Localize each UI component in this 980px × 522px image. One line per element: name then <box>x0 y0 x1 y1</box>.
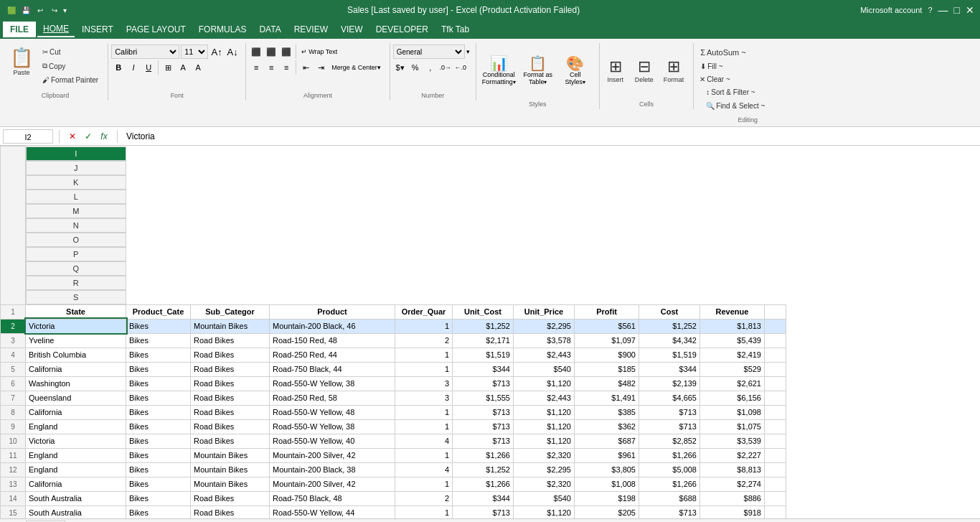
menu-formulas[interactable]: FORMULAS <box>193 22 253 37</box>
cell-r5-c10[interactable] <box>765 362 786 376</box>
align-center-button[interactable]: ≡ <box>264 60 278 75</box>
cell-r13-c4[interactable]: 1 <box>395 477 453 491</box>
cell-r13-c8[interactable]: $1,266 <box>639 477 700 491</box>
cell-r2-c6[interactable]: $2,295 <box>514 319 575 333</box>
maximize-icon[interactable]: □ <box>954 4 960 16</box>
cell-r11-c7[interactable]: $961 <box>575 448 639 462</box>
cell-r4-c5[interactable]: $1,519 <box>453 348 514 362</box>
autosum-button[interactable]: Σ AutoSum ~ <box>697 46 750 59</box>
cell-r9-c10[interactable] <box>765 419 786 434</box>
cell-r4-c4[interactable]: 1 <box>395 348 453 362</box>
menu-insert[interactable]: INSERT <box>76 22 119 37</box>
cell-r3-c1[interactable]: Bikes <box>126 333 191 348</box>
cell-r12-c6[interactable]: $2,295 <box>514 462 575 477</box>
align-left-button[interactable]: ≡ <box>249 60 263 75</box>
cell-r4-c7[interactable]: $900 <box>575 348 639 362</box>
cell-r3-c10[interactable] <box>765 333 786 348</box>
cell-r6-c5[interactable]: $713 <box>453 376 514 391</box>
cell-r8-c0[interactable]: California <box>26 405 126 419</box>
menu-data[interactable]: DATA <box>253 22 286 37</box>
align-left-top-button[interactable]: ⬛ <box>249 45 263 59</box>
cell-r13-c1[interactable]: Bikes <box>126 477 191 491</box>
cell-r15-c6[interactable]: $1,120 <box>514 505 575 518</box>
cell-r15-c9[interactable]: $918 <box>700 505 765 518</box>
help-icon[interactable]: ? <box>928 6 932 14</box>
cell-r10-c8[interactable]: $2,852 <box>639 434 700 448</box>
col-header-M[interactable]: M <box>26 204 126 218</box>
format-as-table-button[interactable]: 📋 Format asTable▾ <box>520 53 556 88</box>
cell-styles-button[interactable]: 🎨 CellStyles▾ <box>557 53 593 88</box>
increase-indent-button[interactable]: ⇥ <box>314 60 328 75</box>
cell-r2-c5[interactable]: $1,252 <box>453 319 514 333</box>
cell-r12-c9[interactable]: $8,813 <box>700 462 765 477</box>
cell-r4-c1[interactable]: Bikes <box>126 348 191 362</box>
cell-r5-c3[interactable]: Road-750 Black, 44 <box>270 362 395 376</box>
col-header-P[interactable]: P <box>26 247 126 261</box>
formula-input[interactable] <box>123 131 977 141</box>
cell-r10-c7[interactable]: $687 <box>575 434 639 448</box>
cell-r11-c4[interactable]: 1 <box>395 448 453 462</box>
cell-r7-c5[interactable]: $1,555 <box>453 391 514 405</box>
align-center-top-button[interactable]: ⬛ <box>264 45 278 59</box>
cell-r9-c4[interactable]: 1 <box>395 419 453 434</box>
cell-r6-c9[interactable]: $2,621 <box>700 376 765 391</box>
save-icon[interactable]: 💾 <box>20 4 32 16</box>
number-format-select[interactable]: General <box>393 45 465 59</box>
cell-r14-c1[interactable]: Bikes <box>126 491 191 505</box>
col-header-L[interactable]: L <box>26 190 126 204</box>
italic-button[interactable]: I <box>126 60 141 75</box>
cell-r7-c6[interactable]: $2,443 <box>514 391 575 405</box>
cell-r5-c0[interactable]: California <box>26 362 126 376</box>
copy-button[interactable]: ⧉ Copy <box>39 60 102 73</box>
cell-r8-c3[interactable]: Road-550-W Yellow, 48 <box>270 405 395 419</box>
cell-r10-c9[interactable]: $3,539 <box>700 434 765 448</box>
cell-r2-c7[interactable]: $561 <box>575 319 639 333</box>
menu-developer[interactable]: DEVELOPER <box>370 22 434 37</box>
cell-r2-c3[interactable]: Mountain-200 Black, 46 <box>270 319 395 333</box>
border-button[interactable]: ⊞ <box>161 60 175 75</box>
cell-r14-c2[interactable]: Road Bikes <box>191 491 270 505</box>
cell-r7-c8[interactable]: $4,665 <box>639 391 700 405</box>
cell-r6-c10[interactable] <box>765 376 786 391</box>
cell-r8-c1[interactable]: Bikes <box>126 405 191 419</box>
cell-r5-c8[interactable]: $344 <box>639 362 700 376</box>
decrease-indent-button[interactable]: ⇤ <box>298 60 313 75</box>
align-right-button[interactable]: ≡ <box>279 60 293 75</box>
cell-r2-c4[interactable]: 1 <box>395 319 453 333</box>
insert-button[interactable]: ⊞ Insert <box>603 55 628 85</box>
cell-r15-c4[interactable]: 1 <box>395 505 453 518</box>
cell-r3-c6[interactable]: $3,578 <box>514 333 575 348</box>
formula-confirm-icon[interactable]: ✓ <box>81 129 95 144</box>
format-painter-button[interactable]: 🖌 Format Painter <box>39 74 102 86</box>
cell-r3-c4[interactable]: 2 <box>395 333 453 348</box>
menu-home[interactable]: HOME <box>37 22 75 37</box>
cell-r6-c2[interactable]: Road Bikes <box>191 376 270 391</box>
cell-r13-c2[interactable]: Mountain Bikes <box>191 477 270 491</box>
decrease-font-button[interactable]: A↓ <box>225 45 240 59</box>
cell-r4-c8[interactable]: $1,519 <box>639 348 700 362</box>
cell-r6-c7[interactable]: $482 <box>575 376 639 391</box>
cell-r8-c9[interactable]: $1,098 <box>700 405 765 419</box>
fill-button[interactable]: ⬇ Fill ~ <box>697 60 750 73</box>
cell-r3-c0[interactable]: Yveline <box>26 333 126 348</box>
wrap-text-button[interactable]: ↵Wrap Text <box>298 45 340 59</box>
paste-button[interactable]: 📋 Paste <box>6 45 37 78</box>
cell-r2-c8[interactable]: $1,252 <box>639 319 700 333</box>
cell-r9-c1[interactable]: Bikes <box>126 419 191 434</box>
font-size-select[interactable]: 11 <box>181 45 208 59</box>
cell-r15-c2[interactable]: Road Bikes <box>191 505 270 518</box>
cell-r11-c3[interactable]: Mountain-200 Silver, 42 <box>270 448 395 462</box>
formula-cancel-icon[interactable]: ✕ <box>65 129 80 144</box>
cell-r14-c10[interactable] <box>765 491 786 505</box>
cell-r10-c4[interactable]: 4 <box>395 434 453 448</box>
cell-r7-c4[interactable]: 3 <box>395 391 453 405</box>
cell-r7-c1[interactable]: Bikes <box>126 391 191 405</box>
cell-r15-c0[interactable]: South Australia <box>26 505 126 518</box>
cell-r12-c0[interactable]: England <box>26 462 126 477</box>
cell-r10-c6[interactable]: $1,120 <box>514 434 575 448</box>
menu-file[interactable]: FILE <box>3 22 36 37</box>
cell-r15-c10[interactable] <box>765 505 786 518</box>
cell-r14-c4[interactable]: 2 <box>395 491 453 505</box>
col-header-J[interactable]: J <box>26 161 126 175</box>
cell-r6-c4[interactable]: 3 <box>395 376 453 391</box>
